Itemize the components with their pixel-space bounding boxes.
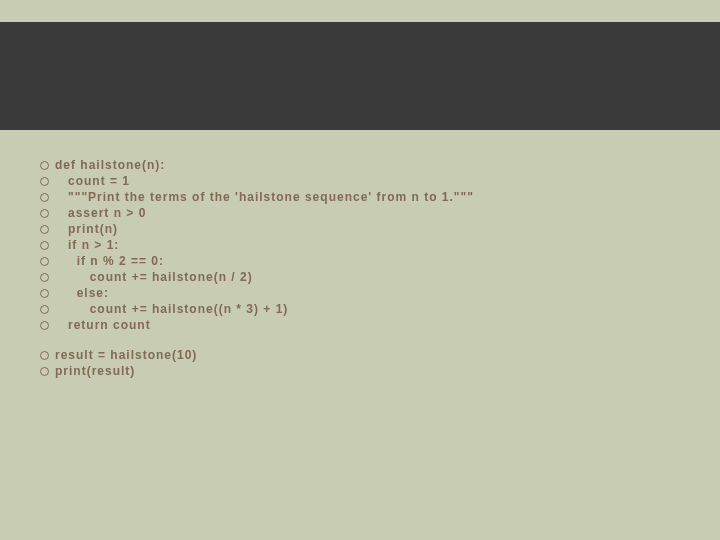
- code-text: print(result): [55, 364, 135, 378]
- code-text: result = hailstone(10): [55, 348, 197, 362]
- bullet-icon: [40, 257, 49, 266]
- code-line: result = hailstone(10): [40, 348, 690, 362]
- code-line: print(n): [40, 222, 690, 236]
- bullet-icon: [40, 321, 49, 330]
- code-text: count += hailstone((n * 3) + 1): [55, 302, 288, 316]
- code-text: else:: [55, 286, 109, 300]
- code-text: print(n): [55, 222, 118, 236]
- code-text: count += hailstone(n / 2): [55, 270, 253, 284]
- bullet-icon: [40, 209, 49, 218]
- bullet-icon: [40, 289, 49, 298]
- code-line: def hailstone(n):: [40, 158, 690, 172]
- code-text: count = 1: [55, 174, 130, 188]
- code-line: count = 1: [40, 174, 690, 188]
- code-text: if n % 2 == 0:: [55, 254, 164, 268]
- code-text: if n > 1:: [55, 238, 119, 252]
- code-line: else:: [40, 286, 690, 300]
- code-text: return count: [55, 318, 151, 332]
- bullet-icon: [40, 305, 49, 314]
- code-line: print(result): [40, 364, 690, 378]
- bullet-icon: [40, 351, 49, 360]
- bullet-icon: [40, 225, 49, 234]
- block-gap: [40, 334, 690, 348]
- bullet-icon: [40, 161, 49, 170]
- code-line: if n % 2 == 0:: [40, 254, 690, 268]
- code-text: """Print the terms of the 'hailstone seq…: [55, 190, 474, 204]
- header-band: [0, 22, 720, 130]
- code-line: """Print the terms of the 'hailstone seq…: [40, 190, 690, 204]
- code-line: count += hailstone((n * 3) + 1): [40, 302, 690, 316]
- code-text: assert n > 0: [55, 206, 146, 220]
- code-text: def hailstone(n):: [55, 158, 165, 172]
- code-content: def hailstone(n): count = 1 """Print the…: [40, 158, 690, 380]
- code-line: assert n > 0: [40, 206, 690, 220]
- code-line: if n > 1:: [40, 238, 690, 252]
- bullet-icon: [40, 177, 49, 186]
- code-line: count += hailstone(n / 2): [40, 270, 690, 284]
- code-line: return count: [40, 318, 690, 332]
- bullet-icon: [40, 273, 49, 282]
- bullet-icon: [40, 193, 49, 202]
- bullet-icon: [40, 241, 49, 250]
- bullet-icon: [40, 367, 49, 376]
